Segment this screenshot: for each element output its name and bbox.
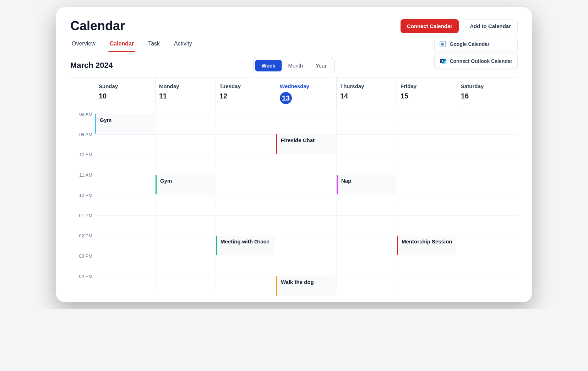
day-number-label: 13 bbox=[280, 92, 292, 104]
connect-google-item[interactable]: Google Calendar bbox=[434, 37, 518, 51]
day-number-label: 10 bbox=[99, 92, 152, 100]
tab-task[interactable]: Task bbox=[147, 36, 161, 52]
calendar-event[interactable]: Mentorship Session bbox=[397, 236, 456, 255]
calendar-event[interactable]: Gym bbox=[95, 114, 154, 134]
view-year-button[interactable]: Year bbox=[309, 60, 333, 71]
calendar-time-grid: 08 AM09 AM10 AM11 AM12 PM01 PM02 PM03 PM… bbox=[70, 108, 518, 291]
view-month-button[interactable]: Month bbox=[282, 60, 309, 71]
day-number-label: 12 bbox=[219, 92, 272, 100]
header-gutter bbox=[70, 77, 95, 108]
day-header-thursday[interactable]: Thursday14 bbox=[337, 77, 397, 108]
calendar-app-window: Calendar Connect Calendar Add to Calenda… bbox=[56, 7, 532, 302]
day-header-friday[interactable]: Friday15 bbox=[397, 77, 457, 108]
svg-rect-4 bbox=[441, 45, 444, 45]
day-name-label: Friday bbox=[401, 83, 453, 89]
day-header-sunday[interactable]: Sunday10 bbox=[95, 77, 156, 108]
outlook-icon bbox=[440, 58, 446, 64]
day-number-label: 14 bbox=[340, 92, 393, 100]
tab-activity[interactable]: Activity bbox=[173, 36, 194, 52]
day-number-label: 11 bbox=[159, 92, 212, 100]
day-header-monday[interactable]: Monday11 bbox=[156, 77, 216, 108]
day-number-label: 16 bbox=[461, 92, 514, 100]
day-name-label: Saturday bbox=[461, 83, 514, 89]
time-label: 02 PM bbox=[79, 233, 92, 238]
view-toggle: WeekMonthYear bbox=[254, 58, 335, 73]
day-column-tuesday[interactable]: Meeting with Grace bbox=[216, 108, 276, 291]
day-name-label: Tuesday bbox=[219, 83, 272, 89]
day-column-monday[interactable]: Gym bbox=[156, 108, 216, 291]
add-to-calendar-button[interactable]: Add to Calendar bbox=[463, 19, 518, 33]
day-header-saturday[interactable]: Saturday16 bbox=[457, 77, 518, 108]
page-header: Calendar Connect Calendar Add to Calenda… bbox=[70, 18, 518, 33]
tab-calendar[interactable]: Calendar bbox=[108, 36, 135, 52]
time-label: 08 AM bbox=[79, 112, 92, 117]
calendar-event[interactable]: Nap bbox=[337, 175, 396, 194]
time-label: 11 AM bbox=[79, 172, 92, 178]
day-column-saturday[interactable] bbox=[457, 108, 518, 291]
calendar-event[interactable]: Gym bbox=[156, 175, 215, 194]
time-gutter: 08 AM09 AM10 AM11 AM12 PM01 PM02 PM03 PM… bbox=[70, 108, 95, 291]
google-calendar-icon bbox=[440, 41, 446, 47]
day-column-friday[interactable]: Mentorship Session bbox=[397, 108, 457, 291]
connect-outlook-label: Connect Outlook Calendar bbox=[450, 58, 512, 64]
day-name-label: Monday bbox=[159, 83, 212, 89]
day-header-tuesday[interactable]: Tuesday12 bbox=[216, 77, 276, 108]
day-name-label: Wednesday bbox=[280, 83, 333, 89]
day-name-label: Sunday bbox=[99, 83, 152, 89]
header-actions: Connect Calendar Add to Calendar Google … bbox=[401, 19, 518, 33]
day-name-label: Thursday bbox=[340, 83, 393, 89]
day-column-thursday[interactable]: Nap bbox=[337, 108, 397, 291]
calendar-event[interactable]: Fireside Chat bbox=[276, 134, 336, 154]
tab-overview[interactable]: Overview bbox=[70, 36, 97, 52]
current-month-label: March 2024 bbox=[70, 61, 113, 70]
connect-calendar-dropdown: Google Calendar Connect Outlook Calendar bbox=[434, 37, 518, 71]
time-label: 03 PM bbox=[79, 253, 92, 259]
day-number-label: 15 bbox=[401, 92, 453, 100]
time-label: 01 PM bbox=[79, 213, 92, 218]
connect-outlook-item[interactable]: Connect Outlook Calendar bbox=[434, 54, 518, 68]
time-label: 04 PM bbox=[79, 274, 92, 279]
time-label: 10 AM bbox=[79, 152, 92, 157]
calendar-event[interactable]: Walk the dog bbox=[276, 276, 336, 296]
calendar-header-row: Sunday10Monday11Tuesday12Wednesday13Thur… bbox=[70, 77, 518, 108]
connect-google-label: Google Calendar bbox=[450, 41, 489, 47]
day-column-wednesday[interactable]: Fireside ChatWalk the dog bbox=[276, 108, 337, 291]
page-title: Calendar bbox=[70, 18, 125, 33]
day-column-sunday[interactable]: Gym bbox=[95, 108, 156, 291]
view-week-button[interactable]: Week bbox=[255, 60, 282, 71]
calendar-event[interactable]: Meeting with Grace bbox=[216, 236, 275, 255]
day-header-wednesday[interactable]: Wednesday13 bbox=[276, 77, 337, 108]
time-label: 12 PM bbox=[79, 193, 92, 198]
connect-calendar-button[interactable]: Connect Calendar bbox=[401, 19, 459, 33]
time-label: 09 AM bbox=[79, 132, 92, 137]
